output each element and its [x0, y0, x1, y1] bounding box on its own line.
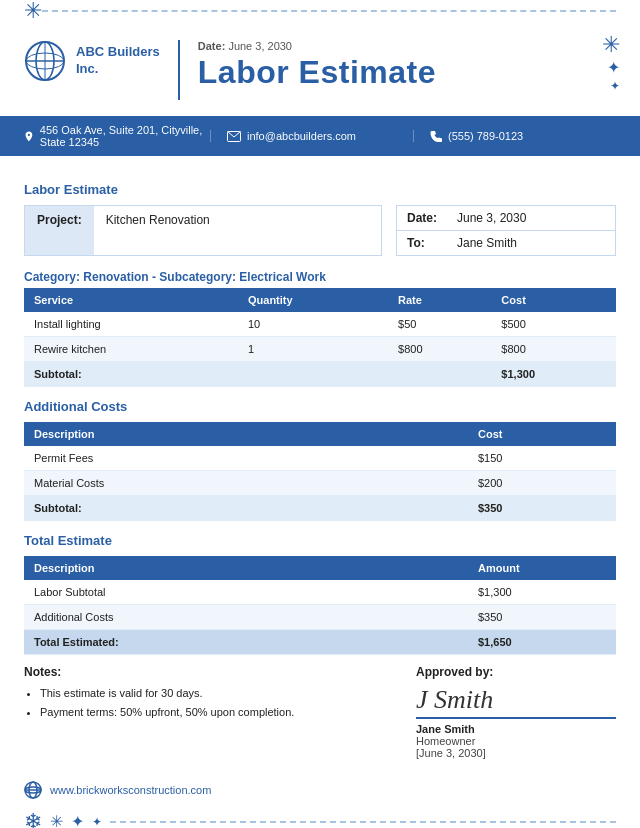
category-row-0: Install lighting 10 $50 $500	[24, 312, 616, 337]
to-value: Jane Smith	[447, 231, 527, 255]
date-to-box: Date: June 3, 2030 To: Jane Smith	[396, 205, 616, 256]
phone-icon	[430, 130, 442, 142]
company-name: ABC Builders Inc.	[76, 44, 160, 78]
rate-cell: $800	[388, 337, 491, 362]
project-value: Kitchen Renovation	[94, 206, 381, 255]
category-table: Service Quantity Rate Cost Install light…	[24, 288, 616, 387]
category-header: Category: Renovation - Subcategory: Elec…	[24, 270, 616, 284]
add-desc-cell: Material Costs	[24, 471, 468, 496]
company-logo-icon	[24, 40, 66, 82]
signer-name: Jane Smith	[416, 723, 616, 735]
bottom-snowflake-1: ❄	[24, 811, 42, 828]
additional-row-1: Material Costs $200	[24, 471, 616, 496]
bottom-compass-2: ✦	[71, 814, 84, 828]
header-right: Date: June 3, 2030 Labor Estimate	[198, 40, 616, 91]
subtotal-label: Subtotal:	[24, 362, 238, 387]
grand-total-row: Total Estimated: $1,650	[24, 630, 616, 655]
top-right-small-compass-icon: ✦	[607, 60, 620, 76]
top-right-xs-compass-icon: ✦	[610, 80, 620, 92]
company-logo-area: ABC Builders Inc.	[24, 40, 160, 82]
add-subtotal-label: Subtotal:	[24, 496, 468, 521]
additional-row-0: Permit Fees $150	[24, 446, 616, 471]
service-cell: Install lighting	[24, 312, 238, 337]
col-description: Description	[24, 422, 468, 446]
date-label: Date:	[397, 206, 447, 230]
note-item-0: This estimate is valid for 30 days.	[40, 684, 396, 703]
email-icon	[227, 131, 241, 142]
date-value: June 3, 2030	[447, 206, 536, 230]
subtotal-rate	[388, 362, 491, 387]
to-label: To:	[397, 231, 447, 255]
document-title: Labor Estimate	[198, 54, 616, 91]
cost-cell: $800	[491, 337, 616, 362]
top-right-compass-icon: ✳	[602, 34, 620, 56]
grand-total-value: $1,650	[468, 630, 616, 655]
approve-title: Approved by:	[416, 665, 616, 679]
rate-cell: $50	[388, 312, 491, 337]
col-desc-total: Description	[24, 556, 468, 580]
notes-section: Notes: This estimate is valid for 30 day…	[24, 665, 396, 759]
col-quantity: Quantity	[238, 288, 388, 312]
header-top-deco: ✳ ✦ ✦	[602, 34, 620, 92]
total-estimate-table: Description Amount Labor Subtotal $1,300…	[24, 556, 616, 655]
approve-section: Approved by: J Smith Jane Smith Homeowne…	[416, 665, 616, 759]
address-item: 456 Oak Ave, Suite 201, Cityville, State…	[24, 124, 210, 148]
phone-text: (555) 789-0123	[448, 130, 523, 142]
quantity-cell: 1	[238, 337, 388, 362]
footer: www.brickworksconstruction.com	[0, 773, 640, 805]
col-amount: Amount	[468, 556, 616, 580]
total-row-1: Additional Costs $350	[24, 605, 616, 630]
subtotal-qty	[238, 362, 388, 387]
notes-title: Notes:	[24, 665, 396, 679]
info-bar: 456 Oak Ave, Suite 201, Cityville, State…	[0, 116, 640, 156]
additional-costs-table: Description Cost Permit Fees $150Materia…	[24, 422, 616, 521]
top-deco-line	[42, 10, 616, 12]
category-subtotal-row: Subtotal: $1,300	[24, 362, 616, 387]
labor-estimate-title: Labor Estimate	[24, 182, 616, 197]
location-icon	[24, 130, 34, 143]
project-label: Project:	[25, 206, 94, 255]
bottom-deco: ❄ ✳ ✦ ✦	[0, 805, 640, 828]
main-content: Labor Estimate Project: Kitchen Renovati…	[0, 156, 640, 773]
cost-cell: $500	[491, 312, 616, 337]
notes-list: This estimate is valid for 30 days.Payme…	[24, 684, 396, 721]
signature-line	[416, 717, 616, 719]
add-cost-cell: $150	[468, 446, 616, 471]
email-text: info@abcbuilders.com	[247, 130, 356, 142]
tot-desc-cell: Labor Subtotal	[24, 580, 468, 605]
tot-amount-cell: $1,300	[468, 580, 616, 605]
bottom-deco-icons: ❄ ✳ ✦ ✦	[24, 811, 102, 828]
subtotal-value: $1,300	[491, 362, 616, 387]
add-subtotal-value: $350	[468, 496, 616, 521]
to-row: To: Jane Smith	[397, 231, 615, 255]
footer-globe-icon	[24, 781, 42, 799]
header-date: Date: June 3, 2030	[198, 40, 616, 52]
footer-website: www.brickworksconstruction.com	[50, 784, 211, 796]
tot-amount-cell: $350	[468, 605, 616, 630]
phone-item: (555) 789-0123	[413, 130, 616, 142]
project-info-row: Project: Kitchen Renovation Date: June 3…	[24, 205, 616, 256]
top-left-snowflake-icon: ✳	[24, 0, 42, 22]
add-cost-cell: $200	[468, 471, 616, 496]
bottom-compass-1: ✳	[50, 814, 63, 828]
col-cost-header: Cost	[468, 422, 616, 446]
note-item-1: Payment terms: 50% upfront, 50% upon com…	[40, 703, 396, 722]
email-item: info@abcbuilders.com	[210, 130, 413, 142]
notes-approve-row: Notes: This estimate is valid for 30 day…	[24, 665, 616, 759]
bottom-deco-line	[110, 821, 616, 823]
additional-costs-title: Additional Costs	[24, 399, 616, 414]
date-row: Date: June 3, 2030	[397, 206, 615, 231]
project-box: Project: Kitchen Renovation	[24, 205, 382, 256]
add-desc-cell: Permit Fees	[24, 446, 468, 471]
additional-subtotal-row: Subtotal: $350	[24, 496, 616, 521]
header-divider	[178, 40, 180, 100]
col-cost: Cost	[491, 288, 616, 312]
col-service: Service	[24, 288, 238, 312]
col-rate: Rate	[388, 288, 491, 312]
signer-role: Homeowner	[416, 735, 616, 747]
total-estimate-title: Total Estimate	[24, 533, 616, 548]
grand-total-label: Total Estimated:	[24, 630, 468, 655]
service-cell: Rewire kitchen	[24, 337, 238, 362]
category-row-1: Rewire kitchen 1 $800 $800	[24, 337, 616, 362]
quantity-cell: 10	[238, 312, 388, 337]
